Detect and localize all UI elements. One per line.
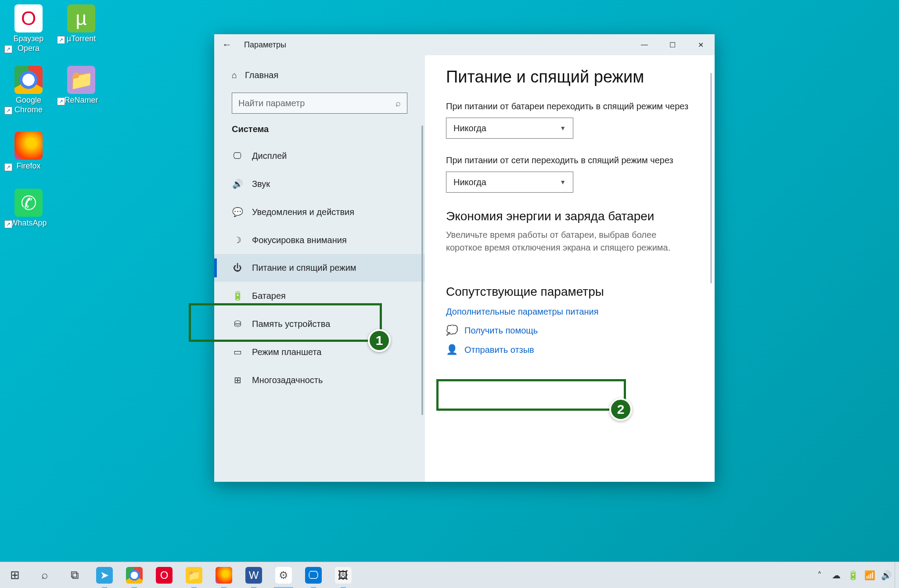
tray-volume-icon[interactable]: 🔊 (878, 562, 895, 588)
nav-battery[interactable]: 🔋Батарея (214, 282, 425, 310)
whatsapp-icon: ✆↗ (14, 189, 43, 217)
dropdown-value: Никогда (453, 123, 486, 133)
minimize-button[interactable]: — (630, 34, 658, 55)
nav-notifications[interactable]: 💬Уведомления и действия (214, 198, 425, 226)
page-title: Питание и спящий режим (446, 68, 694, 86)
additional-power-link[interactable]: Дополнительные параметры питания (446, 307, 599, 317)
energy-saver-heading: Экономия энергии и заряда батареи (446, 209, 694, 223)
tray-wifi-icon[interactable]: 📶 (861, 562, 878, 588)
renamer-icon: 📁↗ (67, 66, 95, 94)
battery-icon: 🔋 (232, 290, 243, 301)
feedback-row: 👤 Отправить отзыв (446, 344, 694, 355)
search-placeholder: Найти параметр (238, 98, 305, 108)
nav-label: Батарея (252, 291, 286, 301)
show-desktop-button[interactable] (895, 562, 899, 588)
taskbar-photos[interactable]: 🖼 (328, 562, 358, 588)
firefox-icon: ↗ (14, 132, 43, 160)
get-help-link[interactable]: Получить помощь (464, 326, 538, 336)
battery-sleep-label: При питании от батареи переходить в спящ… (446, 101, 694, 111)
desktop-icon-chrome[interactable]: ↗ Google Chrome (4, 66, 53, 115)
taskbar-word[interactable]: W (239, 562, 269, 588)
nav-label: Режим планшета (252, 347, 321, 357)
maximize-button[interactable]: ☐ (658, 34, 687, 55)
nav-focus[interactable]: ☽Фокусировка внимания (214, 226, 425, 254)
feedback-link[interactable]: Отправить отзыв (464, 345, 534, 355)
sound-icon: 🔊 (232, 179, 243, 189)
desktop-icon-renamer[interactable]: 📁↗ ReNamer (57, 66, 105, 105)
content-pane: Питание и спящий режим При питании от ба… (425, 55, 715, 482)
notify-icon: 💬 (232, 207, 243, 217)
nav-label: Звук (252, 179, 270, 189)
taskbar-monitor[interactable]: 🖵 (298, 562, 328, 588)
nav-label: Уведомления и действия (252, 207, 354, 217)
power-icon: ⏻ (232, 263, 243, 273)
taskbar-firefox[interactable] (209, 562, 239, 588)
nav-multitask[interactable]: ⊞Многозадачность (214, 366, 425, 394)
nav-display[interactable]: 🖵Дисплей (214, 142, 425, 170)
dropdown-value: Никогда (453, 177, 486, 187)
chevron-down-icon: ▼ (560, 179, 566, 186)
nav-storage[interactable]: ⛁Память устройства (214, 310, 425, 338)
taskbar-settings[interactable]: ⚙ (269, 562, 298, 588)
taskbar-telegram[interactable]: ➤ (90, 562, 119, 588)
display-icon: 🖵 (232, 151, 243, 161)
storage-icon: ⛁ (232, 319, 243, 329)
ac-sleep-label: При питании от сети переходить в спящий … (446, 155, 694, 165)
tray-onedrive-icon[interactable]: ☁ (828, 562, 845, 588)
home-link[interactable]: ⌂ Главная (214, 66, 425, 85)
taskbar-explorer[interactable]: 📁 (179, 562, 209, 588)
chrome-icon: ↗ (14, 66, 43, 94)
feedback-icon: 👤 (446, 344, 457, 355)
help-row: 💭 Получить помощь (446, 325, 694, 336)
window-title: Параметры (244, 40, 286, 50)
settings-window: ← Параметры — ☐ ✕ ⌂ Главная Найти параме… (214, 34, 715, 482)
search-icon: ⌕ (396, 98, 401, 108)
ac-sleep-dropdown[interactable]: Никогда ▼ (446, 172, 573, 193)
content-scrollbar[interactable] (710, 73, 712, 283)
tray-overflow-icon[interactable]: ˄ (811, 562, 828, 588)
home-label: Главная (245, 70, 278, 80)
multitask-icon: ⊞ (232, 375, 243, 385)
task-view-button[interactable]: ⧉ (60, 562, 90, 588)
start-button[interactable]: ⊞ (0, 562, 30, 588)
help-icon: 💭 (446, 325, 457, 336)
desktop-icon-whatsapp[interactable]: ✆↗ WhatsApp (4, 189, 53, 228)
desktop-icon-utorrent[interactable]: µ↗ µTorrent (57, 4, 105, 44)
nav-sound[interactable]: 🔊Звук (214, 170, 425, 198)
nav-label: Фокусировка внимания (252, 235, 347, 245)
nav-tablet[interactable]: ▭Режим планшета (214, 338, 425, 366)
related-heading: Сопутствующие параметры (446, 285, 694, 299)
home-icon: ⌂ (232, 70, 237, 80)
taskbar-chrome[interactable] (119, 562, 149, 588)
sidebar: ⌂ Главная Найти параметр ⌕ Система 🖵Дисп… (214, 55, 425, 482)
nav-label: Дисплей (252, 151, 287, 161)
desktop-icon-opera[interactable]: O↗ Браузер Opera (4, 4, 53, 53)
tablet-icon: ▭ (232, 347, 243, 357)
taskbar: ⊞ ⌕ ⧉ ➤ O 📁 W ⚙ 🖵 🖼 ˄ ☁ 🔋 📶 🔊 (0, 562, 899, 588)
nav-label: Питание и спящий режим (252, 263, 356, 273)
tray-battery-icon[interactable]: 🔋 (845, 562, 861, 588)
nav-list: 🖵Дисплей 🔊Звук 💬Уведомления и действия ☽… (214, 142, 425, 394)
battery-sleep-dropdown[interactable]: Никогда ▼ (446, 118, 573, 139)
search-button[interactable]: ⌕ (30, 562, 60, 588)
section-label: Система (214, 124, 425, 142)
opera-icon: O↗ (14, 4, 43, 32)
desktop-icon-firefox[interactable]: ↗ Firefox (4, 132, 53, 171)
focus-icon: ☽ (232, 235, 243, 245)
nav-label: Память устройства (252, 319, 330, 329)
back-button[interactable]: ← (222, 39, 236, 50)
sidebar-scrollbar[interactable] (421, 125, 423, 415)
taskbar-opera[interactable]: O (149, 562, 179, 588)
chevron-down-icon: ▼ (560, 125, 566, 132)
nav-power-sleep[interactable]: ⏻Питание и спящий режим (214, 254, 425, 282)
search-input[interactable]: Найти параметр ⌕ (232, 93, 407, 114)
titlebar[interactable]: ← Параметры — ☐ ✕ (214, 34, 715, 55)
close-button[interactable]: ✕ (687, 34, 715, 55)
energy-saver-desc: Увеличьте время работы от батареи, выбра… (446, 229, 692, 254)
utorrent-icon: µ↗ (67, 4, 95, 32)
nav-label: Многозадачность (252, 375, 323, 385)
